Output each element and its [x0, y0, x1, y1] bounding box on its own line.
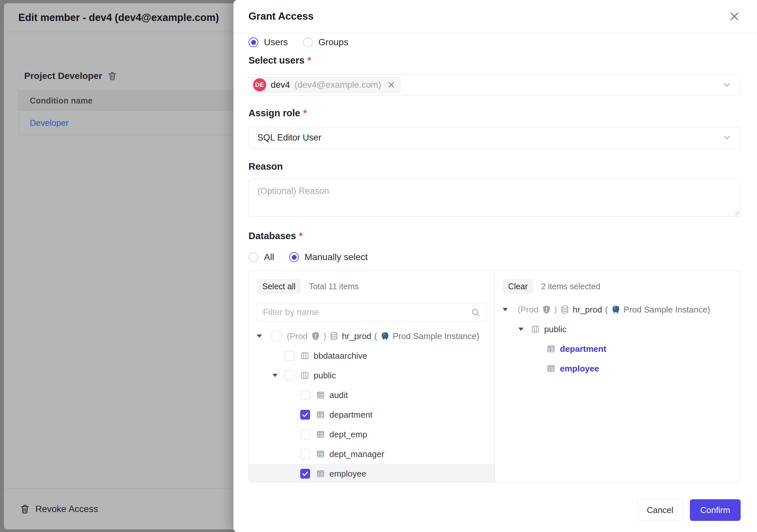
radio-users[interactable]: Users	[249, 37, 288, 47]
radio-groups-control[interactable]	[303, 37, 313, 47]
postgresql-icon	[611, 305, 621, 314]
checkbox-dept-emp[interactable]	[300, 429, 310, 439]
schema-icon	[300, 370, 310, 380]
checkbox-dept-manager[interactable]	[300, 449, 310, 459]
reason-textarea[interactable]	[249, 178, 741, 217]
modal-title: Grant Access	[249, 11, 728, 22]
assign-role-select[interactable]: SQL Editor User	[249, 127, 741, 148]
radio-users-control[interactable]	[249, 37, 258, 47]
tree-row-schema-public[interactable]: public	[249, 365, 495, 385]
total-items-label: Total 11 items	[309, 282, 358, 291]
table-icon	[546, 363, 556, 373]
tree-row-table-employee[interactable]: employee	[249, 464, 495, 482]
tree-row-table-dept-emp[interactable]: dept_emp	[249, 424, 495, 444]
database-name: hr_prod	[573, 305, 602, 315]
close-icon[interactable]	[728, 10, 741, 23]
checkbox-audit[interactable]	[300, 390, 310, 400]
radio-manually-select[interactable]: Manually select	[289, 252, 368, 263]
database-icon	[560, 305, 570, 314]
source-tree: (Prod ) hr_prod ( Prod Sample Instance)	[249, 326, 495, 482]
radio-manual-control[interactable]	[289, 252, 299, 262]
tree-row-database-hr-prod[interactable]: (Prod ) hr_prod ( Prod Sample Instance)	[495, 300, 740, 319]
checkbox-hr-prod[interactable]	[272, 331, 282, 341]
tree-row-table-department[interactable]: department	[495, 339, 740, 359]
select-users-label: Select users *	[249, 55, 741, 66]
trash-icon	[20, 504, 30, 514]
database-target-panel: Clear 2 items selected (Prod ) hr_prod (…	[495, 271, 740, 482]
target-panel-header: Clear 2 items selected	[495, 271, 740, 294]
radio-all-databases[interactable]: All	[249, 252, 274, 263]
radio-all-control[interactable]	[249, 252, 258, 262]
selected-count-label: 2 items selected	[541, 282, 600, 291]
radio-manual-label: Manually select	[305, 252, 368, 263]
clear-button[interactable]: Clear	[502, 279, 533, 294]
remove-user-icon[interactable]	[387, 80, 396, 89]
table-icon	[316, 390, 325, 400]
revoke-access-label: Revoke Access	[35, 504, 98, 514]
avatar: DE	[253, 78, 266, 91]
search-icon	[471, 308, 480, 317]
target-tree: (Prod ) hr_prod ( Prod Sample Instance) …	[495, 300, 740, 378]
environment-shield-icon	[542, 305, 551, 314]
checkbox-employee[interactable]	[300, 469, 310, 479]
chevron-down-icon	[722, 80, 732, 90]
caret-down-icon[interactable]	[518, 328, 524, 331]
project-role-label: Project Developer	[24, 71, 102, 81]
required-mark: *	[303, 108, 307, 119]
schema-icon	[300, 351, 310, 361]
required-mark: *	[299, 231, 303, 241]
database-icon	[329, 331, 339, 341]
filter-input[interactable]	[263, 307, 467, 317]
environment-shield-icon	[311, 331, 320, 341]
modal-body: Users Groups Select users * DE dev4 (dev…	[233, 36, 757, 482]
user-name: dev4	[271, 80, 290, 90]
checkbox-department[interactable]	[300, 410, 310, 420]
database-name: hr_prod	[342, 331, 371, 341]
caret-down-icon[interactable]	[502, 308, 508, 311]
required-mark: *	[308, 55, 311, 66]
confirm-button[interactable]: Confirm	[690, 499, 741, 521]
select-users-input[interactable]: DE dev4 (dev4@example.com)	[249, 74, 741, 95]
instance-name: Prod Sample Instance)	[624, 305, 710, 315]
condition-developer-link[interactable]: Developer	[30, 118, 69, 128]
schema-icon	[530, 324, 540, 334]
cancel-button[interactable]: Cancel	[637, 499, 683, 521]
database-transfer: Select all Total 11 items (Prod )	[249, 270, 741, 482]
delete-role-icon[interactable]	[107, 71, 117, 81]
table-icon	[546, 344, 556, 354]
modal-header: Grant Access	[233, 0, 757, 33]
database-source-panel: Select all Total 11 items (Prod )	[249, 271, 495, 482]
table-icon	[316, 410, 325, 420]
tree-row-table-audit[interactable]: audit	[249, 385, 495, 405]
checkbox-bbdataarchive[interactable]	[285, 351, 294, 361]
tree-row-table-department[interactable]: department	[249, 405, 495, 424]
tree-row-schema-public[interactable]: public	[495, 319, 740, 339]
checkbox-public[interactable]	[285, 370, 294, 380]
revoke-access-button[interactable]: Revoke Access	[20, 504, 98, 514]
radio-groups-label: Groups	[318, 37, 348, 47]
chevron-down-icon	[722, 133, 732, 142]
source-panel-header: Select all Total 11 items	[249, 271, 495, 294]
grant-access-modal: Grant Access Users Groups Select users *…	[233, 0, 757, 532]
user-email: (dev4@example.com)	[295, 80, 381, 90]
tree-row-database-hr-prod[interactable]: (Prod ) hr_prod ( Prod Sample Instance)	[249, 326, 495, 346]
filter-field	[257, 303, 487, 321]
tree-row-table-dept-manager[interactable]: dept_manager	[249, 444, 495, 464]
tree-row-table-employee[interactable]: employee	[495, 359, 740, 378]
databases-label: Databases *	[249, 231, 741, 241]
selected-user-chip: DE dev4 (dev4@example.com)	[252, 77, 401, 93]
assign-role-value: SQL Editor User	[257, 133, 722, 143]
radio-all-label: All	[264, 252, 274, 263]
tree-row-schema-bbdataarchive[interactable]: bbdataarchive	[249, 346, 495, 365]
table-icon	[316, 449, 325, 459]
instance-name: Prod Sample Instance)	[393, 331, 479, 341]
caret-down-icon[interactable]	[272, 374, 278, 377]
assign-role-label: Assign role *	[249, 108, 741, 119]
table-icon	[316, 469, 325, 479]
postgresql-icon	[380, 331, 390, 341]
caret-down-icon[interactable]	[257, 334, 262, 338]
databases-mode-radio-group: All Manually select	[249, 251, 741, 264]
select-all-button[interactable]: Select all	[257, 279, 301, 294]
radio-groups[interactable]: Groups	[303, 37, 348, 47]
modal-footer: Cancel Confirm	[637, 499, 741, 521]
